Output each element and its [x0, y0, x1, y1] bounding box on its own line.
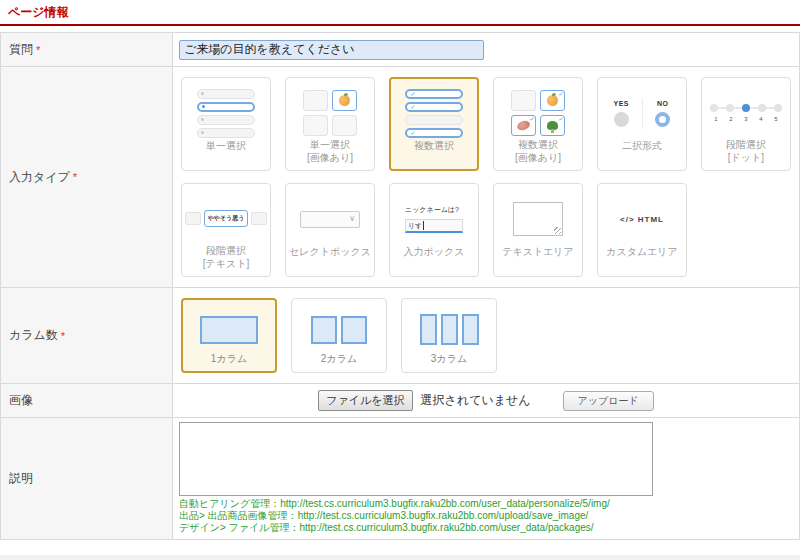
three-column-preview: [420, 307, 479, 352]
form-row-input-type: 入力タイプ* 単一選択: [1, 67, 799, 288]
save-image-link[interactable]: http://test.cs.curriculum3.bugfix.raku2b…: [298, 510, 589, 521]
upload-button[interactable]: アップロード: [563, 391, 654, 411]
multi-select-image-preview: ✓ ✓ ✓: [497, 86, 579, 139]
input-type-card-yes-no[interactable]: YES NO 二択形式: [597, 77, 687, 171]
input-type-label: 入力タイプ*: [1, 67, 173, 287]
yes-no-preview: YES NO: [601, 86, 683, 140]
input-type-card-multi-select-image[interactable]: ✓ ✓ ✓ 複数選択[画像あり]: [493, 77, 583, 171]
custom-area-preview: </> HTML: [601, 192, 683, 246]
link-line: 自動ヒアリング管理：http://test.cs.curriculum3.bug…: [179, 498, 793, 510]
multi-select-preview: ✓ ✓ ✓: [393, 86, 475, 140]
one-column-preview: [200, 307, 258, 352]
page-header: ページ情報: [0, 0, 800, 24]
input-type-card-multi-select[interactable]: ✓ ✓ ✓ 複数選択: [389, 77, 479, 171]
input-type-card-scale-text[interactable]: ややそう思う 段階選択[テキスト]: [181, 183, 271, 277]
chevron-down-icon: ∨: [349, 215, 355, 223]
required-asterisk: *: [36, 44, 40, 56]
input-type-card-textarea[interactable]: テキストエリア: [493, 183, 583, 277]
page-info-form: 質問* 入力タイプ* 単一選択: [0, 32, 800, 540]
input-type-card-single-select[interactable]: 単一選択: [181, 77, 271, 171]
required-asterisk: *: [61, 330, 65, 342]
single-select-image-preview: [289, 86, 371, 139]
description-textarea[interactable]: [179, 422, 653, 496]
broccoli-icon: [547, 121, 558, 130]
form-row-columns: カラム数* 1カラム 2カラム 3カラム: [1, 288, 799, 384]
select-box-preview: ∨: [289, 192, 371, 246]
single-select-preview: [185, 86, 267, 140]
column-card-1[interactable]: 1カラム: [181, 298, 277, 373]
input-type-card-input-box[interactable]: ニックネームは? りす 入力ボックス: [389, 183, 479, 277]
columns-label: カラム数*: [1, 288, 173, 383]
image-label: 画像: [1, 384, 173, 417]
file-status-text: 選択されていません: [421, 392, 531, 409]
input-type-card-custom-area[interactable]: </> HTML カスタムエリア: [597, 183, 687, 277]
description-links: 自動ヒアリング管理：http://test.cs.curriculum3.bug…: [179, 498, 793, 535]
required-asterisk: *: [73, 171, 77, 183]
question-input[interactable]: [179, 40, 484, 60]
two-column-preview: [311, 307, 367, 352]
html-code-icon: </> HTML: [620, 215, 664, 224]
fruit-icon: [339, 95, 350, 106]
scale-text-preview: ややそう思う: [185, 192, 267, 245]
file-select-button[interactable]: ファイルを選択: [318, 390, 412, 411]
form-row-question: 質問*: [1, 33, 799, 67]
footer-bar: ◀ 閉じる この内容で登録する ▶: [0, 555, 800, 560]
question-label: 質問*: [1, 33, 173, 66]
input-type-card-select-box[interactable]: ∨ セレクトボックス: [285, 183, 375, 277]
column-card-2[interactable]: 2カラム: [291, 298, 387, 373]
link-line: 出品> 出品商品画像管理：http://test.cs.curriculum3.…: [179, 510, 793, 522]
personalize-img-link[interactable]: http://test.cs.curriculum3.bugfix.raku2b…: [280, 498, 610, 509]
form-row-image: 画像 ファイルを選択 選択されていません アップロード: [1, 384, 799, 418]
scale-dots-preview: 1 2 3 4 5: [705, 86, 787, 139]
resize-grip-icon: [554, 227, 561, 234]
form-row-description: 説明 自動ヒアリング管理：http://test.cs.curriculum3.…: [1, 418, 799, 540]
input-type-card-single-select-image[interactable]: 単一選択[画像あり]: [285, 77, 375, 171]
yes-circle-icon: [614, 112, 629, 127]
textarea-preview: [497, 192, 579, 246]
page-title: ページ情報: [8, 5, 69, 19]
text-caret: [423, 221, 424, 230]
no-circle-icon: [655, 112, 670, 127]
header-divider: [0, 24, 800, 26]
fruit-icon: [547, 95, 558, 106]
description-label: 説明: [1, 418, 173, 539]
link-line: デザイン> ファイル管理：http://test.cs.curriculum3.…: [179, 522, 793, 534]
packages-link[interactable]: http://test.cs.curriculum3.bugfix.raku2b…: [300, 522, 594, 533]
input-type-card-scale-dots[interactable]: 1 2 3 4 5 段階選択[ドット]: [701, 77, 791, 171]
input-box-preview: ニックネームは? りす: [393, 192, 475, 246]
column-card-3[interactable]: 3カラム: [401, 298, 497, 373]
